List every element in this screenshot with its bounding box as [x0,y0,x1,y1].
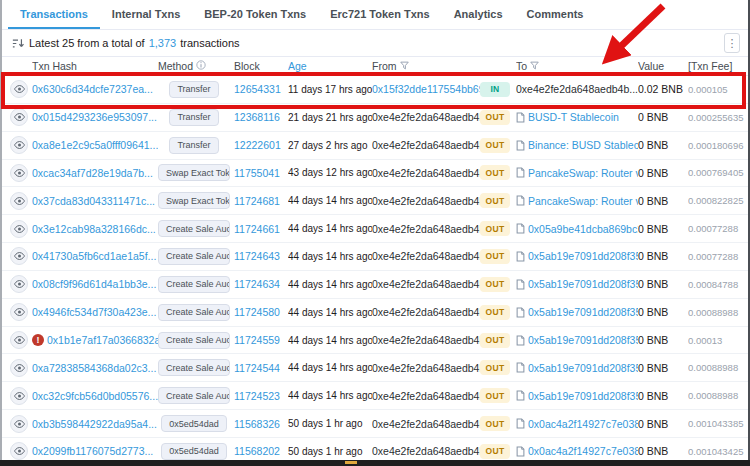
to-address-link[interactable]: 0x5ab19e7091dd208f35... [528,278,638,290]
contract-doc-icon [516,251,525,262]
tab-erc721-token-txns[interactable]: Erc721 Token Txns [318,0,441,29]
to-address-link[interactable]: 0x5ab19e7091dd208f35... [528,362,638,374]
table-row: !0x1b1e7af17a0366832af...Create Sale Auc… [2,327,748,355]
block-link[interactable]: 11724661 [234,223,280,235]
block-link[interactable]: 11724681 [234,195,280,207]
contract-doc-icon [516,167,525,178]
txn-hash-link[interactable]: 0xc32c9fcb56d0bd05576... [32,390,158,402]
to-address-link[interactable]: 0x5ab19e7091dd208f35... [528,250,638,262]
txn-hash-link[interactable]: 0x1b1e7af17a0366832af... [47,334,158,346]
direction-badge: OUT [480,416,510,431]
preview-eye-button[interactable] [10,275,28,293]
table-row: 0x015d4293236e953097...Transfer123681162… [2,104,748,132]
method-badge: Create Sale Auct... [158,387,230,404]
method-badge: Create Sale Auct... [158,332,230,349]
table-row: 0xb3b598442922da95a4...0x5ed54dad1156832… [2,410,748,438]
to-address-link[interactable]: 0x5ab19e7091dd208f35... [528,306,638,318]
to-address-link[interactable]: Binance: BUSD Stablecoin [528,139,638,151]
to-address-link[interactable]: 0x0ac4a2f14927c7e038... [528,445,638,457]
contract-doc-icon [516,223,525,234]
preview-eye-button[interactable] [10,359,28,377]
direction-badge: OUT [480,193,510,208]
age-text: 43 days 12 hrs ago [288,167,372,178]
to-address-link[interactable]: 0x0ac4a2f14927c7e038... [528,418,638,430]
txn-hash-link[interactable]: 0x37cda83d043311471c... [32,195,155,207]
preview-eye-button[interactable] [10,442,28,460]
tab-comments[interactable]: Comments [515,0,596,29]
txn-hash-link[interactable]: 0x4946fc534d7f30a423e... [32,306,156,318]
contract-doc-icon [516,195,525,206]
filter-funnel-icon[interactable] [400,60,409,72]
value-text: 0 BNB [638,223,688,235]
failed-status-icon: ! [32,334,44,346]
total-transactions-link[interactable]: 1,373 [149,37,177,49]
block-link[interactable]: 11724634 [234,278,280,290]
age-text: 44 days 14 hrs ago [288,279,372,290]
filter-funnel-icon[interactable] [530,60,539,72]
block-link[interactable]: 11568202 [234,445,280,457]
options-kebab-button[interactable]: ⋮ [724,33,740,53]
block-link[interactable]: 11724559 [234,334,280,346]
age-text: 44 days 14 hrs ago [288,335,372,346]
block-link[interactable]: 11724544 [234,362,280,374]
preview-eye-button[interactable] [10,387,28,405]
block-link[interactable]: 12654331 [234,83,281,95]
preview-eye-button[interactable] [10,108,28,126]
tab-internal-txns[interactable]: Internal Txns [100,0,192,29]
to-address-link[interactable]: 0x05a9be41dcba869bc2... [528,223,638,235]
preview-eye-button[interactable] [10,247,28,265]
block-link[interactable]: 11724580 [234,306,280,318]
txn-hash-link[interactable]: 0x630c6d34dcfe7237ea... [32,83,153,95]
block-link[interactable]: 12368116 [234,111,280,123]
preview-eye-button[interactable] [10,331,28,349]
contract-doc-icon [516,335,525,346]
to-address-link[interactable]: BUSD-T Stablecoin [528,111,619,123]
to-address-link[interactable]: 0x5ab19e7091dd208f35... [528,390,638,402]
txn-fee-text: 0.00088988 [688,390,748,401]
preview-eye-button[interactable] [10,220,28,238]
value-text: 0 BNB [638,418,688,430]
block-link[interactable]: 11724643 [234,250,280,262]
txn-hash-link[interactable]: 0xb3b598442922da95a4... [32,418,157,430]
preview-eye-button[interactable] [10,136,28,154]
tab-transactions[interactable]: Transactions [8,0,100,29]
preview-eye-button[interactable] [10,415,28,433]
sort-icon [12,38,24,49]
method-badge: 0x5ed54dad [161,443,227,460]
value-text: 0 BNB [638,445,688,457]
txn-hash-link[interactable]: 0x015d4293236e953097... [32,111,157,123]
method-badge: Create Sale Auct... [158,248,230,265]
header-age-toggle[interactable]: Age [288,60,372,72]
tab-bep-20-token-txns[interactable]: BEP-20 Token Txns [192,0,318,29]
taskbar-tick [345,461,357,464]
table-row: 0x08cf9f96d61d4a1bb3e...Create Sale Auct… [2,271,748,299]
preview-eye-button[interactable] [10,192,28,210]
block-link[interactable]: 11724523 [234,390,280,402]
to-address-link[interactable]: PancakeSwap: Router v2 [528,195,638,207]
preview-eye-button[interactable] [10,164,28,182]
preview-eye-button[interactable] [10,303,28,321]
txn-hash-link[interactable]: 0x41730a5fb6cd1ae1a5f... [32,250,156,262]
direction-badge: OUT [480,305,510,320]
age-text: 44 days 14 hrs ago [288,195,372,206]
value-text: 0.02 BNB [638,83,688,95]
block-link[interactable]: 12222601 [234,139,281,151]
summary-text: Latest 25 from a total of 1,373 transact… [29,37,240,49]
preview-eye-button[interactable] [10,80,28,98]
txn-hash-link[interactable]: 0xa8e1e2c9c5a0fff09641... [32,139,158,151]
block-link[interactable]: 11568326 [234,418,280,430]
txn-hash-link[interactable]: 0xcac34af7d28e19da7b... [32,167,153,179]
txn-hash-link[interactable]: 0x2099fb1176075d2773... [32,445,153,457]
txn-hash-link[interactable]: 0xa72838584368da02c3... [32,362,156,374]
from-address-link[interactable]: 0x15f32dde117554bb69f... [372,83,480,95]
header-value: Value [638,60,688,72]
to-address-link[interactable]: 0x5ab19e7091dd208f35... [528,334,638,346]
txn-hash-link[interactable]: 0x08cf9f96d61d4a1bb3e... [32,278,156,290]
to-address-link[interactable]: PancakeSwap: Router v2 [528,167,638,179]
block-link[interactable]: 11755041 [234,167,280,179]
txn-hash-link[interactable]: 0x3e12cab98a328166dc... [32,223,156,235]
tab-analytics[interactable]: Analytics [442,0,515,29]
value-text: 0 BNB [638,111,688,123]
txn-fee-text: 0.00088988 [688,307,748,318]
window-bottom-edge [0,460,750,466]
